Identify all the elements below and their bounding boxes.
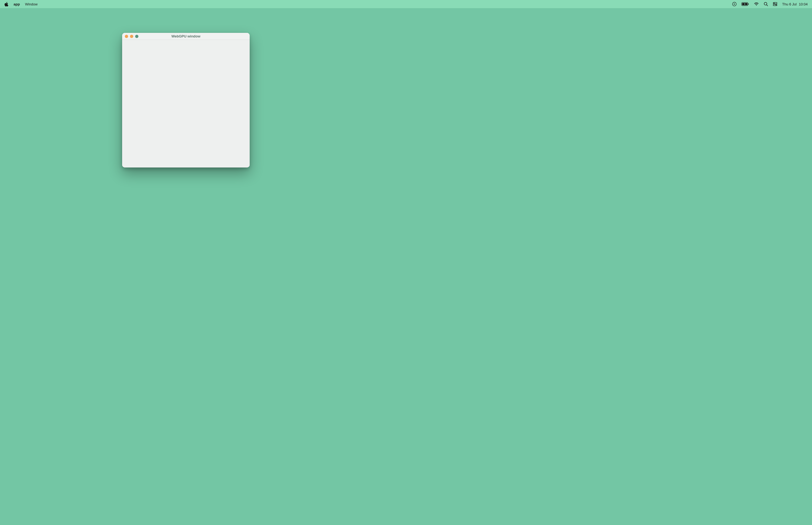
app-menu[interactable]: app bbox=[14, 2, 20, 6]
window-body bbox=[122, 40, 250, 167]
menubar-date: Thu 6 Jul bbox=[782, 2, 797, 6]
search-icon[interactable] bbox=[764, 2, 768, 6]
menubar-right: Thu 6 Jul 10:04 bbox=[732, 2, 808, 6]
menubar-datetime[interactable]: Thu 6 Jul 10:04 bbox=[782, 2, 808, 6]
traffic-lights bbox=[125, 35, 138, 38]
window-zoom-button[interactable] bbox=[135, 35, 138, 38]
battery-charging-icon[interactable] bbox=[741, 2, 749, 6]
svg-line-5 bbox=[767, 5, 768, 6]
apple-icon[interactable] bbox=[4, 2, 9, 6]
app-window[interactable]: WebGPU window bbox=[122, 33, 250, 167]
control-center-icon[interactable] bbox=[773, 2, 777, 6]
svg-point-9 bbox=[776, 5, 777, 5]
window-close-button[interactable] bbox=[125, 35, 128, 38]
wifi-icon[interactable] bbox=[754, 2, 759, 6]
window-menu[interactable]: Window bbox=[25, 2, 37, 6]
window-minimize-button[interactable] bbox=[130, 35, 133, 38]
svg-point-7 bbox=[774, 3, 775, 3]
titlebar[interactable]: WebGPU window bbox=[122, 33, 250, 40]
menubar: app Window bbox=[0, 0, 812, 8]
menubar-time: 10:04 bbox=[799, 2, 808, 6]
window-title: WebGPU window bbox=[122, 34, 250, 38]
svg-rect-3 bbox=[748, 3, 749, 5]
play-in-circle-icon[interactable] bbox=[732, 2, 737, 6]
desktop[interactable]: WebGPU window bbox=[0, 8, 812, 525]
menubar-left: app Window bbox=[4, 2, 37, 6]
